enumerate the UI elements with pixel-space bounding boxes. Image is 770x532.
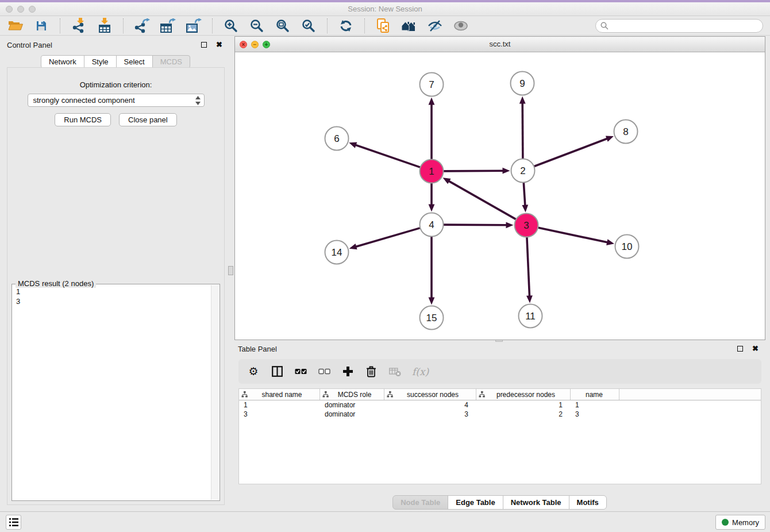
table-cell[interactable]: 1 (476, 401, 571, 409)
zoom-out-icon[interactable] (248, 18, 265, 34)
column-header-successor-nodes[interactable]: successor nodes (384, 389, 476, 400)
search-input[interactable] (611, 20, 763, 32)
table-row[interactable]: 3dominator323 (239, 410, 761, 419)
column-header-label: predecessor nodes (485, 391, 570, 399)
export-network-icon[interactable] (133, 18, 151, 34)
close-panel-button[interactable]: Close panel (119, 113, 177, 126)
tab-mcds[interactable]: MCDS (152, 55, 190, 68)
hide-panels-eye-slash-icon[interactable] (426, 18, 444, 34)
column-header-label: successor nodes (393, 391, 476, 399)
control-panel-header: Control Panel ✖ (5, 39, 227, 53)
column-header-label: MCDS role (329, 391, 384, 399)
zoom-in-icon[interactable] (222, 18, 240, 34)
task-list-button[interactable] (6, 515, 21, 530)
column-header-mcds-role[interactable]: MCDS role (320, 389, 384, 400)
table-cell[interactable]: 4 (384, 401, 476, 409)
graph-edge-4-14[interactable] (355, 228, 420, 247)
graph-edge-1-6[interactable] (355, 145, 420, 168)
table-cell[interactable]: dominator (320, 410, 384, 418)
import-network-icon[interactable] (70, 18, 87, 34)
tab-node-table[interactable]: Node Table (392, 495, 448, 510)
window-title: Session: New Session (0, 5, 770, 13)
status-bar: Memory (0, 511, 770, 532)
save-session-icon[interactable] (33, 18, 50, 34)
graph-edge-3-1[interactable] (448, 180, 516, 219)
graph-edge-arrowhead (429, 205, 435, 212)
graph-node-label: 3 (523, 220, 529, 231)
vertical-splitter-grip[interactable] (228, 266, 233, 275)
select-all-icon[interactable] (294, 364, 307, 380)
table-cell[interactable]: 3 (571, 410, 619, 418)
graph-edge-2-9[interactable] (522, 102, 523, 159)
float-panel-icon[interactable] (201, 42, 207, 48)
home-icon[interactable] (401, 18, 418, 34)
graph-edge-arrowhead (429, 298, 435, 305)
network-view-window: × − + scc.txt 7968124314101511 (234, 36, 765, 340)
memory-button[interactable]: Memory (715, 515, 765, 530)
column-header-shared-name[interactable]: shared name (239, 389, 320, 400)
table-cell[interactable]: dominator (320, 401, 384, 409)
column-header-name[interactable]: name (571, 389, 619, 400)
float-panel-icon[interactable] (737, 346, 743, 352)
tab-style[interactable]: Style (84, 55, 117, 68)
zoom-fit-icon[interactable] (274, 18, 291, 34)
column-header-predecessor-nodes[interactable]: predecessor nodes (476, 389, 571, 400)
list-icon (9, 517, 19, 527)
mcds-result-line: 3 (16, 296, 207, 306)
graph-edge-2-3[interactable] (523, 183, 525, 207)
tab-network-table[interactable]: Network Table (503, 495, 569, 510)
result-scrollbar[interactable] (211, 285, 219, 500)
table-cell[interactable]: 1 (239, 401, 320, 409)
graph-edge-1-2[interactable] (444, 171, 505, 171)
table-cell[interactable]: 3 (239, 410, 320, 418)
main-titlebar: Session: New Session (0, 2, 770, 16)
delete-table-icon (388, 364, 401, 380)
graph-edge-2-8[interactable] (534, 138, 609, 167)
graph-edge-arrowhead (519, 96, 526, 103)
export-table-icon[interactable] (159, 18, 176, 34)
show-panels-eye-icon[interactable] (452, 18, 469, 34)
search-icon (600, 22, 609, 30)
network-window-titlebar: × − + scc.txt (235, 37, 765, 52)
graph-edge-3-11[interactable] (527, 237, 530, 298)
export-image-icon[interactable] (185, 18, 202, 34)
dropdown-stepper-icon (195, 95, 201, 106)
criterion-value: strongly connected component (33, 96, 135, 105)
criterion-dropdown[interactable]: strongly connected component (28, 94, 205, 107)
graph-node-label: 11 (525, 311, 536, 322)
tab-edge-table[interactable]: Edge Table (448, 495, 503, 510)
mcds-result-line: 1 (16, 287, 207, 296)
table-cell[interactable]: 3 (384, 410, 476, 418)
open-session-icon[interactable] (7, 18, 24, 34)
show-columns-icon[interactable] (271, 364, 283, 380)
graph-edge-arrowhead (526, 295, 533, 303)
table-header-row: shared nameMCDS rolesuccessor nodesprede… (239, 389, 761, 400)
search-field[interactable] (595, 19, 763, 33)
close-panel-icon[interactable]: ✖ (216, 41, 222, 48)
import-table-icon[interactable] (96, 18, 113, 34)
table-row[interactable]: 1dominator411 (239, 400, 761, 410)
table-settings-gear-icon[interactable]: ⚙ (247, 364, 260, 380)
clone-network-icon[interactable] (375, 18, 392, 34)
add-row-icon[interactable] (341, 364, 354, 380)
tab-network[interactable]: Network (41, 55, 84, 68)
delete-row-trash-icon[interactable] (365, 364, 378, 380)
close-panel-icon[interactable]: ✖ (752, 345, 759, 352)
network-graph-canvas[interactable]: 7968124314101511 (235, 52, 765, 340)
tab-motifs[interactable]: Motifs (569, 495, 607, 510)
graph-edge-4-3[interactable] (444, 225, 508, 225)
memory-label: Memory (732, 518, 759, 527)
tab-select[interactable]: Select (116, 55, 153, 68)
graph-edge-3-10[interactable] (538, 228, 609, 242)
graph-edge-arrowhead (606, 136, 614, 142)
deselect-all-icon[interactable] (318, 364, 330, 380)
mcds-tab-content: Optimization criterion: strongly connect… (7, 67, 225, 505)
zoom-selected-icon[interactable] (300, 18, 317, 34)
graph-edge-arrowhead (522, 205, 528, 212)
toolbar-separator (123, 18, 124, 33)
table-cell[interactable]: 2 (476, 410, 571, 418)
graph-node-label: 6 (334, 133, 339, 144)
refresh-icon[interactable] (337, 18, 355, 34)
run-mcds-button[interactable]: Run MCDS (55, 113, 111, 126)
table-cell[interactable]: 1 (571, 401, 619, 409)
